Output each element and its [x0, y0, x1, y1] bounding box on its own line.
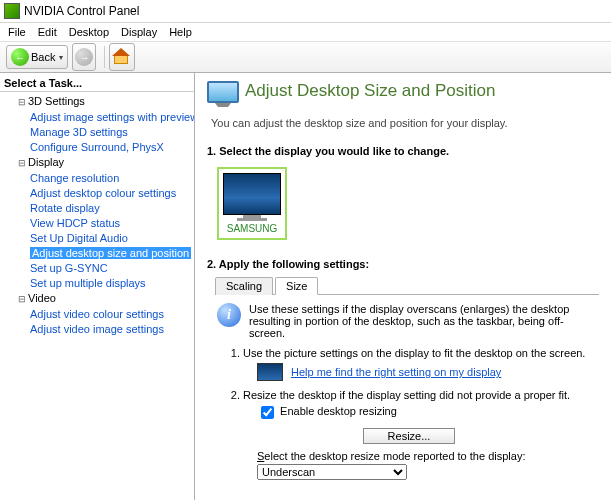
content-pane: Adjust Desktop Size and Position You can… [195, 73, 611, 500]
menu-bar: File Edit Desktop Display Help [0, 23, 611, 42]
enable-resize-input[interactable] [261, 406, 274, 419]
tree-item[interactable]: Set up G-SYNC [2, 261, 192, 276]
tree-item[interactable]: Adjust desktop colour settings [2, 186, 192, 201]
page-title: Adjust Desktop Size and Position [245, 81, 495, 101]
display-name: SAMSUNG [223, 223, 281, 234]
tab-size[interactable]: Size [275, 277, 318, 295]
app-icon [4, 3, 20, 19]
back-arrow-icon: ← [11, 48, 29, 66]
tab-strip: Scaling Size [215, 276, 599, 295]
forward-button[interactable]: → [72, 43, 96, 71]
home-button[interactable] [109, 43, 135, 71]
toolbar-separator [104, 46, 105, 68]
mini-monitor-icon [257, 363, 283, 381]
menu-help[interactable]: Help [165, 26, 196, 38]
display-thumbnail[interactable]: SAMSUNG [217, 167, 287, 240]
chevron-down-icon: ▾ [59, 53, 63, 62]
toolbar: ← Back ▾ → [0, 42, 611, 73]
menu-edit[interactable]: Edit [34, 26, 61, 38]
tree-group-display[interactable]: ⊟Display [2, 155, 192, 171]
collapse-icon: ⊟ [16, 292, 27, 307]
monitor-icon [207, 81, 237, 109]
tree-item[interactable]: Adjust image settings with preview [2, 110, 192, 125]
mode-label: Select the desktop resize mode reported … [257, 450, 589, 462]
intro-text: You can adjust the desktop size and posi… [211, 117, 599, 129]
back-button[interactable]: ← Back ▾ [6, 45, 68, 69]
tree-item[interactable]: Change resolution [2, 171, 192, 186]
sidebar-header: Select a Task... [0, 75, 194, 92]
resize-mode-select[interactable]: Underscan [257, 464, 407, 480]
resize-button[interactable]: Resize... [363, 428, 455, 444]
title-bar: NVIDIA Control Panel [0, 0, 611, 23]
home-icon [114, 50, 130, 64]
menu-display[interactable]: Display [117, 26, 161, 38]
task-sidebar: Select a Task... ⊟3D Settings Adjust ima… [0, 73, 195, 500]
display-screen-icon [223, 173, 281, 215]
info-text: Use these settings if the display oversc… [249, 303, 589, 339]
page-header: Adjust Desktop Size and Position [207, 81, 599, 109]
tree-item[interactable]: Adjust video image settings [2, 322, 192, 337]
enable-resize-checkbox[interactable]: Enable desktop resizing [257, 405, 397, 417]
collapse-icon: ⊟ [16, 95, 27, 110]
menu-desktop[interactable]: Desktop [65, 26, 113, 38]
tree-item[interactable]: Rotate display [2, 201, 192, 216]
window-title: NVIDIA Control Panel [24, 4, 139, 18]
tree-group-video[interactable]: ⊟Video [2, 291, 192, 307]
info-icon: i [217, 303, 241, 327]
tree-item[interactable]: Set up multiple displays [2, 276, 192, 291]
task-tree: ⊟3D Settings Adjust image settings with … [0, 94, 194, 337]
tree-group-3d[interactable]: ⊟3D Settings [2, 94, 192, 110]
tree-item[interactable]: Manage 3D settings [2, 125, 192, 140]
substep-1: Use the picture settings on the display … [243, 347, 589, 381]
step2-label: 2. Apply the following settings: [207, 258, 599, 270]
collapse-icon: ⊟ [16, 156, 27, 171]
tree-item[interactable]: View HDCP status [2, 216, 192, 231]
substep-2: Resize the desktop if the display settin… [243, 389, 589, 480]
help-link[interactable]: Help me find the right setting on my dis… [291, 366, 501, 378]
forward-arrow-icon: → [75, 48, 93, 66]
back-label: Back [31, 51, 55, 63]
step1-label: 1. Select the display you would like to … [207, 145, 599, 157]
tree-item-selected[interactable]: Adjust desktop size and position [2, 246, 192, 261]
tree-item[interactable]: Adjust video colour settings [2, 307, 192, 322]
tab-content: i Use these settings if the display over… [207, 295, 599, 496]
menu-file[interactable]: File [4, 26, 30, 38]
tree-item[interactable]: Set Up Digital Audio [2, 231, 192, 246]
tree-item[interactable]: Configure Surround, PhysX [2, 140, 192, 155]
tab-scaling[interactable]: Scaling [215, 277, 273, 295]
